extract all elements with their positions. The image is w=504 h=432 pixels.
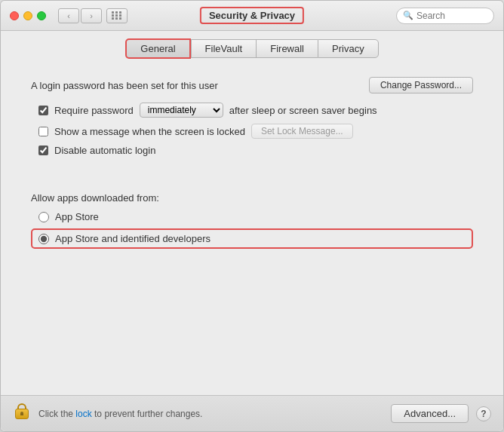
disable-auto-login-row: Disable automatic login [38, 145, 473, 156]
nav-buttons: ‹ › [58, 8, 102, 23]
back-icon: ‹ [67, 11, 70, 20]
prevent-changes-label: to prevent further changes. [92, 409, 203, 419]
back-button[interactable]: ‹ [58, 8, 79, 23]
lock-keyhole [20, 412, 23, 415]
app-store-label: App Store [55, 211, 99, 222]
maximize-button[interactable] [37, 11, 46, 20]
lock-text: Click the lock to prevent further change… [38, 409, 383, 419]
require-password-row: Require password immediately 5 minutes 1… [38, 103, 473, 118]
require-password-checkbox[interactable] [38, 106, 48, 115]
content-area: A login password has been set for this u… [1, 65, 503, 395]
show-message-checkbox[interactable] [38, 127, 48, 136]
search-input[interactable] [416, 11, 484, 21]
options-list: Require password immediately 5 minutes 1… [31, 103, 473, 156]
tab-filevault[interactable]: FileVault [191, 39, 257, 58]
tab-privacy[interactable]: Privacy [318, 39, 379, 58]
app-store-row: App Store [38, 211, 473, 222]
tabs-bar: General FileVault Firewall Privacy [1, 31, 503, 65]
minimize-button[interactable] [23, 11, 32, 20]
download-section: Allow apps downloaded from: App Store Ap… [31, 192, 473, 249]
grid-menu-button[interactable] [106, 8, 128, 23]
require-password-dropdown[interactable]: immediately 5 minutes 15 minutes 1 hour [140, 103, 223, 118]
help-button[interactable]: ? [476, 406, 491, 421]
allow-apps-title: Allow apps downloaded from: [31, 192, 473, 204]
lock-body [15, 409, 29, 419]
tab-general[interactable]: General [125, 38, 190, 59]
lock-link[interactable]: lock [75, 409, 91, 419]
set-lock-message-button[interactable]: Set Lock Message... [251, 124, 353, 139]
show-message-label: Show a message when the screen is locked [54, 126, 245, 137]
forward-icon: › [90, 11, 93, 20]
login-section: A login password has been set for this u… [31, 77, 473, 156]
window: ‹ › Security & Privacy 🔍 General FileVau… [0, 0, 504, 432]
grid-icon [112, 11, 122, 20]
require-password-label: Require password [54, 105, 134, 116]
advanced-button[interactable]: Advanced... [391, 404, 469, 423]
app-store-radio[interactable] [38, 212, 49, 222]
show-message-row: Show a message when the screen is locked… [38, 124, 473, 139]
change-password-button[interactable]: Change Password... [369, 77, 473, 93]
forward-button[interactable]: › [81, 8, 102, 23]
traffic-lights [10, 11, 46, 20]
divider-area [31, 164, 473, 186]
disable-auto-login-label: Disable automatic login [54, 145, 155, 156]
click-lock-label: Click the [38, 409, 75, 419]
lock-icon[interactable] [13, 403, 31, 424]
tab-firewall[interactable]: Firewall [256, 39, 318, 58]
login-password-label: A login password has been set for this u… [31, 80, 360, 91]
after-sleep-label: after sleep or screen saver begins [229, 105, 377, 116]
login-password-row: A login password has been set for this u… [31, 77, 473, 93]
app-store-dev-label: App Store and identified developers [55, 233, 211, 244]
bottom-bar: Click the lock to prevent further change… [1, 395, 503, 431]
window-title: Security & Privacy [200, 7, 304, 24]
radio-list: App Store App Store and identified devel… [31, 211, 473, 249]
app-store-dev-radio[interactable] [38, 234, 49, 244]
titlebar: ‹ › Security & Privacy 🔍 [1, 1, 503, 31]
disable-auto-login-checkbox[interactable] [38, 146, 48, 155]
search-icon: 🔍 [403, 11, 413, 20]
close-button[interactable] [10, 11, 19, 20]
app-store-dev-row: App Store and identified developers [31, 228, 473, 249]
search-box[interactable]: 🔍 [396, 8, 494, 24]
